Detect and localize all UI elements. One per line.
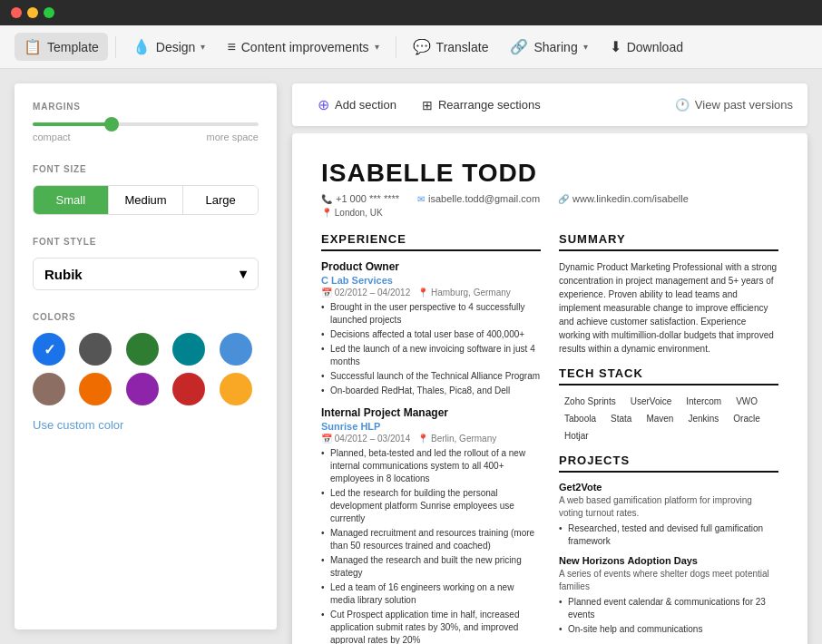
color-swatch-brown[interactable] (33, 373, 65, 405)
toolbar-translate-label: Translate (436, 40, 489, 54)
job-2-title: Internal Project Manager (321, 406, 541, 419)
slider-labels: compact more space (33, 132, 259, 142)
job-2: Internal Project Manager Sunrise HLP 📅 0… (321, 406, 541, 644)
view-past-versions-label: View past versions (695, 98, 793, 112)
slider-compact-label: compact (33, 132, 71, 142)
maximize-button[interactable] (44, 7, 54, 18)
left-panel: MARGINS compact more space FONT SIZE Sma… (15, 83, 278, 629)
clock-icon: 🕐 (675, 98, 690, 112)
font-size-section: FONT SIZE Small Medium Large (33, 164, 259, 215)
toolbar-content[interactable]: ≡ Content improvements ▾ (218, 34, 387, 61)
toolbar-download[interactable]: ⬇ Download (601, 33, 692, 61)
job-1: Product Owner C Lab Services 📅 02/2012 –… (321, 260, 541, 397)
design-arrow: ▾ (201, 42, 205, 52)
job-2-bullet-5: Led a team of 16 engineers working on a … (321, 581, 541, 607)
download-icon: ⬇ (610, 38, 621, 55)
location-icon: 📍 (321, 208, 332, 218)
resume-paper: ISABELLE TODD 📞 +1 000 *** **** ✉ isabel… (292, 133, 807, 644)
projects-section: PROJECTS Get2Vote A web based gamificati… (559, 454, 778, 644)
toolbar-translate[interactable]: 💬 Translate (404, 33, 498, 61)
content-arrow: ▾ (375, 42, 379, 52)
tech-tag-0: Zoho Sprints (559, 395, 621, 408)
job-1-title: Product Owner (321, 260, 541, 273)
sharing-arrow: ▾ (583, 42, 588, 52)
font-style-value: Rubik (44, 267, 83, 282)
project-2-bullets: Planned event calendar & communications … (559, 596, 778, 636)
font-size-medium[interactable]: Medium (109, 186, 184, 214)
colors-section: COLORS Use custom color (33, 312, 259, 433)
summary-section: SUMMARY Dynamic Product Marketing Profes… (559, 232, 778, 356)
colors-label: COLORS (33, 312, 259, 322)
job-2-bullets: Planned, beta-tested and led the rollout… (321, 447, 541, 644)
job-1-company: C Lab Services (321, 275, 541, 286)
color-swatch-gray[interactable] (79, 333, 112, 366)
project-2-name: New Horizons Adoption Days (559, 555, 778, 566)
color-swatch-red[interactable] (172, 373, 205, 405)
project-2: New Horizons Adoption Days A series of e… (559, 555, 778, 636)
resume-body: EXPERIENCE Product Owner C Lab Services … (321, 232, 778, 644)
experience-section: EXPERIENCE Product Owner C Lab Services … (321, 232, 541, 644)
tech-tag-5: Stata (605, 412, 637, 425)
toolbar-design[interactable]: 💧 Design ▾ (123, 33, 215, 61)
main-area: MARGINS compact more space FONT SIZE Sma… (0, 69, 822, 644)
color-swatch-orange[interactable] (79, 373, 112, 405)
project-1: Get2Vote A web based gamification platfo… (559, 482, 778, 548)
job-2-bullet-3: Managed recruitment and resources traini… (321, 527, 541, 552)
tech-tag-8: Oracle (728, 412, 765, 425)
custom-color-link[interactable]: Use custom color (33, 418, 123, 432)
font-size-buttons: Small Medium Large (33, 185, 259, 215)
job-2-meta: 📅 04/2012 – 03/2014 📍 Berlin, Germany (321, 434, 541, 444)
job-1-meta: 📅 02/2012 – 04/2012 📍 Hamburg, Germany (321, 288, 541, 298)
resume-container: ISABELLE TODD 📞 +1 000 *** **** ✉ isabel… (285, 133, 815, 644)
right-content: ⊕ Add section ⊞ Rearrange sections 🕐 Vie… (285, 69, 815, 644)
color-swatch-blue[interactable] (33, 333, 65, 366)
rearrange-sections-button[interactable]: ⊞ Rearrange sections (411, 93, 552, 118)
resume-contact: 📞 +1 000 *** **** ✉ isabelle.todd@gmail.… (321, 193, 778, 204)
resume-right-column: SUMMARY Dynamic Product Marketing Profes… (559, 232, 778, 644)
toolbar-content-label: Content improvements (241, 40, 369, 54)
job-1-dates: 📅 02/2012 – 04/2012 (321, 288, 410, 298)
toolbar-design-label: Design (156, 40, 196, 54)
add-section-label: Add section (335, 98, 396, 112)
translate-icon: 💬 (413, 38, 431, 55)
rearrange-sections-label: Rearrange sections (438, 98, 541, 112)
slider-track (33, 122, 259, 126)
margins-slider[interactable] (33, 122, 259, 126)
tech-stack-section: TECH STACK Zoho Sprints UserVoice Interc… (559, 366, 778, 443)
email-contact: ✉ isabelle.todd@gmail.com (417, 193, 540, 204)
font-size-small[interactable]: Small (34, 186, 109, 214)
close-button[interactable] (11, 7, 22, 18)
toolbar-download-label: Download (627, 40, 683, 54)
color-swatch-teal[interactable] (172, 333, 205, 366)
color-swatch-yellow[interactable] (220, 373, 252, 405)
section-toolbar: ⊕ Add section ⊞ Rearrange sections 🕐 Vie… (292, 83, 807, 126)
toolbar-template[interactable]: 📋 Template (15, 33, 108, 61)
summary-title: SUMMARY (559, 232, 778, 251)
slider-morespace-label: more space (207, 132, 259, 142)
job-1-bullets: Brought in the user perspective to 4 suc… (321, 301, 541, 397)
project-1-bullet-1: Researched, tested and devised full gami… (559, 522, 778, 548)
font-style-select[interactable]: Rubik ▾ (33, 258, 259, 290)
font-size-large[interactable]: Large (183, 186, 258, 214)
experience-title: EXPERIENCE (321, 232, 541, 251)
job-1-bullet-1: Brought in the user perspective to 4 suc… (321, 301, 541, 327)
toolbar-sharing[interactable]: 🔗 Sharing ▾ (501, 33, 596, 61)
add-section-button[interactable]: ⊕ Add section (307, 91, 407, 119)
summary-text: Dynamic Product Marketing Professional w… (559, 260, 778, 356)
color-swatch-lightblue[interactable] (220, 333, 252, 366)
color-swatch-purple[interactable] (126, 373, 159, 405)
color-swatch-green[interactable] (126, 333, 159, 366)
tech-tag-9: Hotjar (559, 429, 594, 443)
project-1-name: Get2Vote (559, 482, 778, 493)
minimize-button[interactable] (27, 7, 38, 18)
tech-tag-2: Intercom (680, 395, 727, 408)
toolbar-sharing-label: Sharing (533, 40, 577, 54)
sharing-icon: 🔗 (510, 38, 528, 55)
job-1-bullet-3: Led the launch of a new invoicing softwa… (321, 343, 541, 368)
tech-tag-1: UserVoice (625, 395, 678, 408)
font-style-section: FONT STYLE Rubik ▾ (33, 237, 259, 290)
slider-thumb[interactable] (104, 117, 119, 132)
view-past-versions-button[interactable]: 🕐 View past versions (675, 98, 793, 112)
linkedin-contact: 🔗 www.linkedin.com/isabelle (558, 193, 689, 204)
tech-stack-title: TECH STACK (559, 366, 778, 385)
